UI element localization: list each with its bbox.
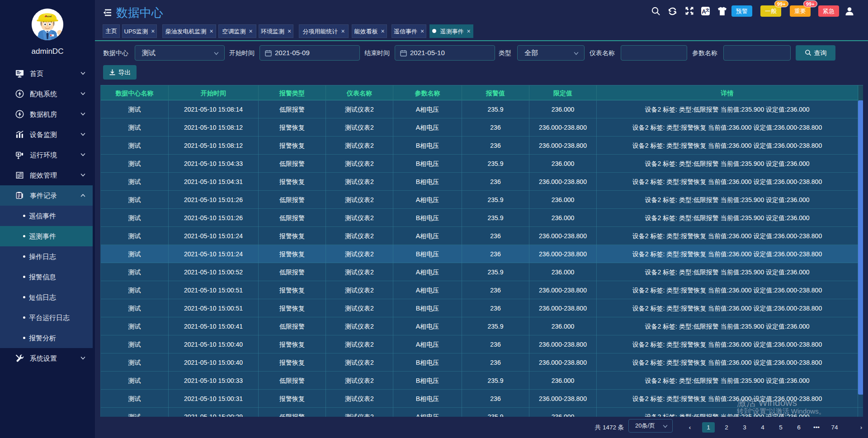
svg-text:文: 文 xyxy=(706,8,710,12)
svg-text:Acrel: Acrel xyxy=(46,15,52,18)
